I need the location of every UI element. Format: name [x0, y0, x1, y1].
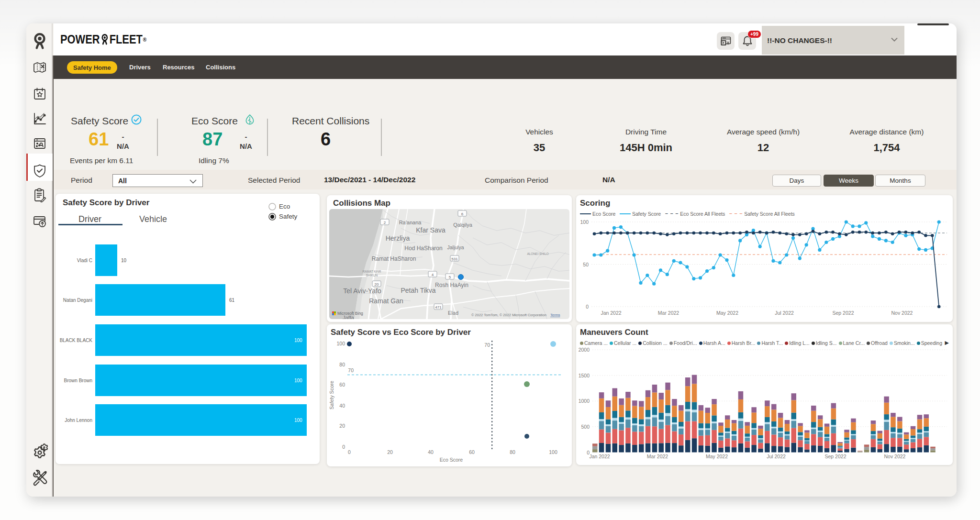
svg-text:2: 2 [384, 221, 386, 225]
svg-text:471: 471 [435, 305, 442, 310]
svg-text:531: 531 [451, 257, 458, 261]
svg-text:Ramat HaSharon: Ramat HaSharon [372, 255, 416, 262]
svg-text:Sep 2022: Sep 2022 [825, 454, 846, 459]
svg-text:500: 500 [581, 424, 590, 430]
svg-text:Mar 2022: Mar 2022 [647, 454, 668, 459]
svg-text:2000: 2000 [579, 347, 590, 353]
svg-text:0: 0 [586, 304, 589, 310]
svg-text:0: 0 [348, 449, 351, 455]
svg-text:Nov 2022: Nov 2022 [891, 310, 913, 316]
svg-text:Jan 2022: Jan 2022 [601, 310, 621, 316]
svg-text:Jaljulya: Jaljulya [447, 244, 464, 250]
svg-text:4: 4 [432, 273, 434, 277]
svg-text:70: 70 [484, 342, 490, 348]
svg-text:70: 70 [348, 367, 354, 373]
svg-text:Kfar Sava: Kfar Sava [416, 226, 445, 234]
svg-text:Microsoft Bing: Microsoft Bing [337, 311, 363, 316]
svg-text:50: 50 [583, 262, 589, 267]
svg-text:Rosh HaAyin: Rosh HaAyin [435, 282, 468, 288]
svg-text:100: 100 [549, 449, 557, 455]
svg-text:Elad: Elad [448, 310, 458, 316]
svg-text:80: 80 [339, 362, 345, 367]
svg-text:5: 5 [449, 275, 451, 279]
svg-text:Qalqilya: Qalqilya [453, 222, 473, 228]
svg-text:© 2022 TomTom, © 2022 Microsof: © 2022 TomTom, © 2022 Microsoft Corporat… [471, 313, 546, 317]
svg-text:Safety Score: Safety Score [329, 381, 334, 409]
svg-text:Jan 2022: Jan 2022 [589, 454, 610, 459]
svg-text:Ra'anana: Ra'anana [399, 220, 422, 225]
svg-text:Herzliya: Herzliya [386, 234, 410, 242]
svg-text:Tel Aviv-Yafo: Tel Aviv-Yafo [343, 287, 381, 295]
svg-text:60: 60 [469, 449, 475, 455]
svg-text:Jul 2022: Jul 2022 [767, 454, 786, 459]
svg-text:Nov 2022: Nov 2022 [884, 454, 906, 459]
svg-text:Mar 2022: Mar 2022 [658, 310, 679, 316]
svg-text:May 2022: May 2022 [716, 310, 738, 316]
svg-text:RAMAT KFIR: RAMAT KFIR [363, 270, 381, 273]
svg-text:SHIKUN: SHIKUN [366, 274, 378, 277]
svg-text:Petah Tikva: Petah Tikva [401, 287, 435, 294]
svg-text:ALONEI SHILO: ALONEI SHILO [527, 252, 548, 255]
svg-text:40: 40 [428, 449, 434, 455]
svg-text:Eco Score: Eco Score [440, 457, 463, 463]
svg-text:1500: 1500 [579, 373, 590, 378]
svg-text:May 2022: May 2022 [706, 454, 728, 459]
svg-text:100: 100 [580, 219, 589, 225]
svg-text:20: 20 [375, 282, 379, 287]
svg-text:Sep 2022: Sep 2022 [833, 310, 854, 316]
svg-text:40: 40 [339, 403, 345, 409]
svg-text:0: 0 [342, 444, 345, 450]
svg-text:20: 20 [339, 423, 345, 429]
svg-text:6: 6 [461, 212, 464, 216]
svg-text:Terms: Terms [550, 313, 560, 317]
svg-text:80: 80 [510, 449, 515, 455]
svg-text:Jul 2022: Jul 2022 [775, 310, 794, 316]
svg-text:20: 20 [387, 449, 393, 455]
svg-text:100: 100 [336, 341, 345, 346]
svg-text:Hod HaSharon: Hod HaSharon [404, 245, 442, 252]
svg-text:1000: 1000 [579, 398, 590, 404]
svg-text:Ramat Gan: Ramat Gan [369, 297, 403, 305]
svg-text:60: 60 [339, 382, 345, 387]
